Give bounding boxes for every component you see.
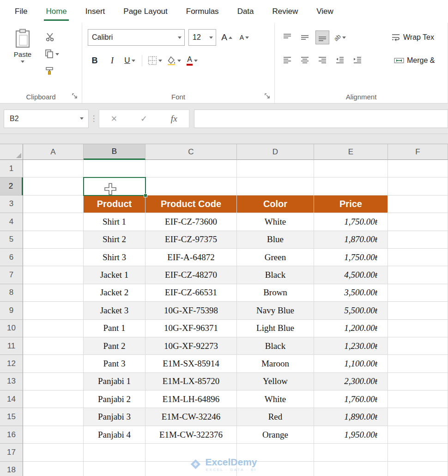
cell-A11[interactable] [23, 337, 84, 355]
cell-D3[interactable]: Color [237, 195, 314, 213]
tab-file[interactable]: File [6, 0, 36, 23]
cell-D5[interactable]: Blue [237, 231, 314, 249]
tab-formulas[interactable]: Formulas [177, 0, 228, 23]
cell-E12[interactable]: 1,100.00ŧ [314, 355, 388, 372]
copy-button[interactable] [45, 49, 59, 60]
row-header-10[interactable]: 10 [0, 320, 23, 337]
cell-C6[interactable]: EIF-A-64872 [145, 249, 237, 266]
cell-A9[interactable] [23, 302, 84, 319]
cell-C1[interactable] [145, 160, 237, 177]
cell-E5[interactable]: 1,870.00ŧ [314, 231, 388, 249]
cell-D9[interactable]: Navy Blue [237, 302, 314, 319]
row-header-6[interactable]: 6 [0, 249, 23, 266]
row-header-5[interactable]: 5 [0, 231, 23, 249]
cell-A1[interactable] [23, 160, 84, 177]
tab-page-layout[interactable]: Page Layout [114, 0, 176, 23]
cell-D10[interactable]: Light Blue [237, 320, 314, 337]
cell-F14[interactable] [388, 391, 448, 408]
cell-F7[interactable] [388, 266, 448, 284]
cell-C9[interactable]: 10G-XF-75398 [145, 302, 237, 319]
align-right-button[interactable] [315, 54, 329, 67]
column-header-E[interactable]: E [314, 144, 388, 160]
row-header-11[interactable]: 11 [0, 337, 23, 355]
row-header-3[interactable]: 3 [0, 195, 23, 213]
cell-B6[interactable]: Shirt 3 [84, 249, 145, 266]
row-header-1[interactable]: 1 [0, 160, 23, 177]
cell-E17[interactable] [314, 444, 388, 461]
cell-D2[interactable] [237, 177, 314, 195]
tab-insert[interactable]: Insert [76, 0, 115, 23]
cell-D15[interactable]: Red [237, 408, 314, 426]
font-name-select[interactable]: Calibri [88, 29, 185, 46]
cell-E1[interactable] [314, 160, 388, 177]
shrink-font-button[interactable]: A [237, 31, 251, 44]
cell-E15[interactable]: 1,890.00ŧ [314, 408, 388, 426]
cell-B10[interactable]: Pant 1 [84, 320, 145, 337]
cell-B18[interactable] [84, 462, 145, 476]
row-header-17[interactable]: 17 [0, 444, 23, 461]
row-header-4[interactable]: 4 [0, 213, 23, 231]
decrease-indent-button[interactable] [333, 54, 347, 67]
bold-button[interactable]: B [88, 54, 102, 67]
paste-button[interactable]: Paste [7, 27, 38, 90]
cell-C10[interactable]: 10G-XF-96371 [145, 320, 237, 337]
cell-C18[interactable] [145, 462, 237, 476]
cell-B14[interactable]: Panjabi 2 [84, 391, 145, 408]
cell-A16[interactable] [23, 426, 84, 444]
cell-F3[interactable] [388, 195, 448, 213]
cell-E7[interactable]: 4,500.00ŧ [314, 266, 388, 284]
cell-E8[interactable]: 3,500.00ŧ [314, 284, 388, 302]
cell-B15[interactable]: Panjabi 3 [84, 408, 145, 426]
cell-B8[interactable]: Jacket 2 [84, 284, 145, 302]
cell-A7[interactable] [23, 266, 84, 284]
cell-A14[interactable] [23, 391, 84, 408]
cell-C12[interactable]: E1M-SX-85914 [145, 355, 237, 372]
cell-B1[interactable] [84, 160, 145, 177]
cell-E2[interactable] [314, 177, 388, 195]
cell-B4[interactable]: Shirt 1 [84, 213, 145, 231]
cell-B7[interactable]: Jacket 1 [84, 266, 145, 284]
orientation-button[interactable]: ab [333, 31, 347, 44]
cell-A3[interactable] [23, 195, 84, 213]
format-painter-button[interactable] [45, 66, 59, 77]
italic-button[interactable]: I [105, 54, 119, 67]
cell-D8[interactable]: Brown [237, 284, 314, 302]
tab-review[interactable]: Review [263, 0, 308, 23]
cell-C11[interactable]: 10G-XF-92273 [145, 337, 237, 355]
cell-A5[interactable] [23, 231, 84, 249]
cell-F13[interactable] [388, 373, 448, 391]
cell-F9[interactable] [388, 302, 448, 319]
cell-C16[interactable]: E1M-CW-322376 [145, 426, 237, 444]
row-header-14[interactable]: 14 [0, 391, 23, 408]
cell-A10[interactable] [23, 320, 84, 337]
cell-B13[interactable]: Panjabi 1 [84, 373, 145, 391]
cell-D11[interactable]: Black [237, 337, 314, 355]
cell-B16[interactable]: Panjabi 4 [84, 426, 145, 444]
insert-function-icon[interactable]: fx [171, 114, 177, 124]
cell-C2[interactable] [145, 177, 237, 195]
tab-data[interactable]: Data [228, 0, 263, 23]
cut-button[interactable] [45, 31, 59, 43]
row-header-12[interactable]: 12 [0, 355, 23, 372]
formula-input[interactable] [194, 110, 448, 128]
increase-indent-button[interactable] [351, 54, 364, 67]
row-header-16[interactable]: 16 [0, 426, 23, 444]
cell-F10[interactable] [388, 320, 448, 337]
borders-button[interactable] [147, 54, 163, 67]
cell-B12[interactable]: Pant 3 [84, 355, 145, 372]
cell-E14[interactable]: 1,760.00ŧ [314, 391, 388, 408]
cell-B11[interactable]: Pant 2 [84, 337, 145, 355]
cell-F1[interactable] [388, 160, 448, 177]
cell-D1[interactable] [237, 160, 314, 177]
cell-F15[interactable] [388, 408, 448, 426]
cell-F12[interactable] [388, 355, 448, 372]
cell-E11[interactable]: 1,230.00ŧ [314, 337, 388, 355]
row-header-18[interactable]: 18 [0, 462, 23, 476]
cell-D18[interactable] [237, 462, 314, 476]
cell-F6[interactable] [388, 249, 448, 266]
enter-icon[interactable]: ✓ [140, 115, 147, 123]
cell-A12[interactable] [23, 355, 84, 372]
cell-D13[interactable]: Yellow [237, 373, 314, 391]
center-button[interactable] [298, 54, 312, 67]
cell-A2[interactable] [23, 177, 84, 195]
